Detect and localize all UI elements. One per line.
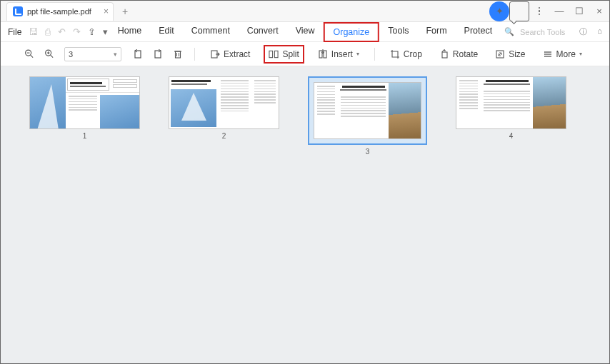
page-thumbnails-area: 1 2 3 [1, 66, 609, 363]
crop-label: Crop [404, 49, 422, 59]
qat-dropdown-icon[interactable]: ▾ [103, 26, 108, 37]
tab-title: ppt file-sample.pdf [27, 7, 91, 16]
quick-access-toolbar: 🖫 ⎙ ↶ ↷ ⇪ ▾ [29, 26, 108, 37]
share-icon[interactable]: ⇪ [88, 26, 96, 37]
print-icon[interactable]: ⎙ [45, 26, 51, 37]
page-thumbnail[interactable]: 4 [456, 76, 566, 140]
file-menu[interactable]: File [8, 27, 21, 37]
titlebar: ppt file-sample.pdf × + ✦ — ☐ × [1, 1, 609, 22]
search-icon[interactable]: 🔍 [504, 27, 514, 36]
page-number-label: 1 [83, 132, 87, 140]
svg-line-4 [51, 55, 54, 58]
chevron-down-icon[interactable]: ▾ [114, 51, 117, 58]
help-icon[interactable]: ⓘ [579, 26, 587, 37]
page-number-input[interactable]: 3 ▾ [64, 47, 121, 61]
more-icon [543, 49, 553, 59]
separator [374, 48, 375, 61]
extract-icon [210, 49, 220, 59]
minimize-button[interactable]: — [549, 1, 569, 21]
svg-rect-17 [324, 51, 326, 58]
page-number-label: 2 [222, 132, 226, 140]
close-window-button[interactable]: × [589, 1, 609, 21]
chevron-down-icon: ▾ [579, 51, 582, 57]
search-placeholder[interactable]: Search Tools [520, 28, 565, 36]
zoom-out-icon[interactable] [24, 49, 34, 59]
size-icon [495, 49, 505, 59]
more-label: More [556, 49, 576, 59]
redo-icon[interactable]: ↷ [73, 26, 81, 37]
chevron-down-icon: ▾ [356, 51, 359, 57]
document-tab[interactable]: ppt file-sample.pdf × [6, 2, 114, 21]
split-label: Split [282, 49, 299, 59]
svg-line-1 [31, 55, 34, 58]
svg-marker-25 [181, 93, 206, 121]
page-number-value: 3 [69, 50, 73, 59]
kebab-menu-icon[interactable] [529, 1, 549, 21]
menu-home[interactable]: Home [109, 22, 150, 42]
rotate-icon [439, 49, 449, 59]
menu-tools[interactable]: Tools [379, 22, 417, 42]
split-icon [269, 49, 279, 59]
organize-toolbar: 3 ▾ Extract Split Insert ▾ Crop Ro [1, 42, 609, 66]
rotate-label: Rotate [453, 49, 478, 59]
main-menu: Home Edit Comment Convert View Organize … [109, 22, 501, 42]
svg-rect-15 [275, 51, 279, 57]
size-label: Size [509, 49, 525, 59]
separator [194, 48, 195, 61]
save-icon[interactable]: 🖫 [29, 26, 38, 37]
insert-icon [318, 49, 328, 59]
menu-view[interactable]: View [287, 22, 324, 42]
page-number-label: 4 [509, 132, 514, 140]
size-button[interactable]: Size [491, 46, 529, 62]
insert-label: Insert [331, 49, 353, 59]
zoom-in-icon[interactable] [44, 49, 54, 59]
rotate-button[interactable]: Rotate [436, 46, 481, 62]
extract-button[interactable]: Extract [206, 46, 254, 62]
maximize-button[interactable]: ☐ [569, 1, 589, 21]
extract-label: Extract [224, 49, 250, 59]
split-button[interactable]: Split [264, 45, 304, 64]
menubar: File 🖫 ⎙ ↶ ↷ ⇪ ▾ Home Edit Comment Conve… [1, 22, 609, 42]
more-button[interactable]: More ▾ [539, 46, 586, 62]
svg-marker-24 [37, 84, 59, 129]
crop-icon [390, 49, 400, 59]
svg-rect-7 [135, 51, 141, 58]
delete-icon[interactable] [173, 49, 183, 59]
crop-button[interactable]: Crop [386, 46, 426, 62]
page-number-label: 3 [366, 148, 370, 156]
page-thumbnail-selected[interactable]: 3 [308, 76, 427, 156]
home-icon[interactable]: ⌂ [597, 26, 602, 37]
rotate-left-icon[interactable] [133, 49, 143, 59]
menu-comment[interactable]: Comment [183, 22, 239, 42]
undo-icon[interactable]: ↶ [58, 26, 66, 37]
svg-rect-14 [269, 51, 273, 57]
page-thumbnail[interactable]: 2 [169, 76, 279, 140]
menu-protect[interactable]: Protect [456, 22, 501, 42]
menu-organize[interactable]: Organize [324, 22, 380, 42]
account-avatar[interactable]: ✦ [489, 1, 509, 21]
chat-icon[interactable] [509, 1, 529, 21]
svg-rect-16 [319, 51, 322, 58]
svg-rect-8 [155, 51, 161, 58]
svg-rect-19 [442, 52, 447, 58]
menu-form[interactable]: Form [417, 22, 455, 42]
new-tab-button[interactable]: + [118, 6, 132, 17]
menu-convert[interactable]: Convert [239, 22, 287, 42]
app-icon [13, 6, 23, 16]
rotate-right-icon[interactable] [153, 49, 163, 59]
menu-edit[interactable]: Edit [150, 22, 183, 42]
svg-rect-9 [176, 51, 181, 58]
insert-button[interactable]: Insert ▾ [314, 46, 363, 62]
page-thumbnail[interactable]: 1 [29, 76, 140, 140]
close-tab-icon[interactable]: × [104, 6, 109, 16]
